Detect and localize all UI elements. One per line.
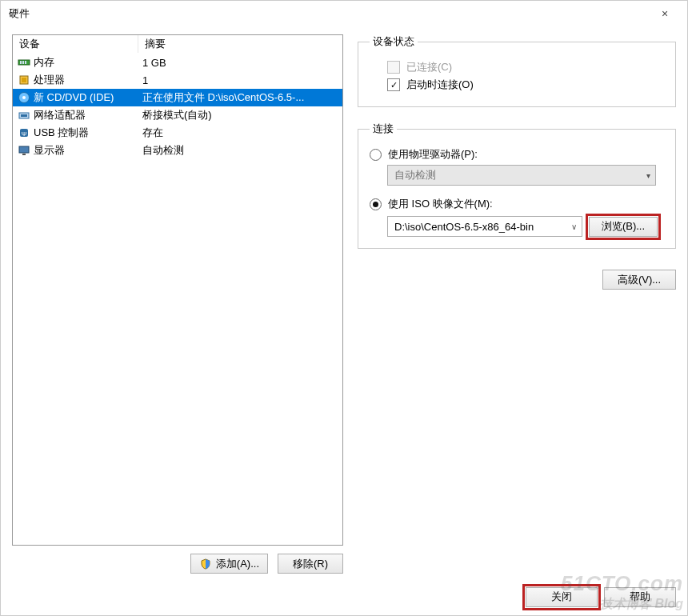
titlebar: 硬件 × xyxy=(1,1,687,26)
cpu-icon xyxy=(18,74,30,86)
device-summary: 桥接模式(自动) xyxy=(136,108,342,122)
svg-rect-5 xyxy=(22,78,26,82)
browse-button[interactable]: 浏览(B)... xyxy=(589,217,658,237)
device-summary: 存在 xyxy=(136,126,342,140)
table-row[interactable]: 处理器 1 xyxy=(13,71,342,89)
add-button-label: 添加(A)... xyxy=(216,557,259,571)
device-summary: 自动检测 xyxy=(136,143,342,158)
device-summary: 1 GB xyxy=(136,57,342,69)
svg-rect-12 xyxy=(19,146,29,153)
close-button-label: 关闭 xyxy=(551,590,572,604)
physical-drive-radio[interactable] xyxy=(370,149,382,161)
physical-drive-label: 使用物理驱动器(P): xyxy=(388,147,478,162)
chevron-down-icon: ▾ xyxy=(646,171,650,180)
header-summary[interactable]: 摘要 xyxy=(138,37,342,51)
advanced-row: 高级(V)... xyxy=(358,270,676,290)
device-properties-pane: 设备状态 已连接(C) ✓ 启动时连接(O) 连接 使用物理驱动器(P): xyxy=(358,34,676,574)
device-summary: 正在使用文件 D:\iso\CentOS-6.5-... xyxy=(136,90,342,105)
remove-device-button[interactable]: 移除(R) xyxy=(278,554,343,574)
physical-drive-select: 自动检测 ▾ xyxy=(387,165,656,186)
svg-rect-2 xyxy=(22,61,24,64)
network-icon xyxy=(18,109,30,122)
connection-group: 连接 使用物理驱动器(P): 自动检测 ▾ 使用 ISO 映像文件(M): xyxy=(358,122,676,249)
iso-label: 使用 ISO 映像文件(M): xyxy=(388,197,493,211)
table-row[interactable]: 新 CD/DVD (IDE) 正在使用文件 D:\iso\CentOS-6.5-… xyxy=(13,89,342,106)
display-icon xyxy=(18,144,30,157)
device-label: 网络适配器 xyxy=(34,108,86,122)
iso-path-select[interactable]: D:\iso\CentOS-6.5-x86_64-bin ∨ xyxy=(387,216,582,237)
disc-icon xyxy=(18,91,30,104)
help-button[interactable]: 帮助 xyxy=(604,587,676,607)
table-row[interactable]: Ψ USB 控制器 存在 xyxy=(13,124,342,142)
dialog-footer: 关闭 帮助 xyxy=(1,578,687,615)
device-list-buttons: 添加(A)... 移除(R) xyxy=(12,554,343,574)
device-status-legend: 设备状态 xyxy=(370,34,418,49)
device-summary: 1 xyxy=(136,74,342,86)
device-status-group: 设备状态 已连接(C) ✓ 启动时连接(O) xyxy=(358,34,676,107)
advanced-button[interactable]: 高级(V)... xyxy=(602,270,676,290)
hardware-settings-dialog: 硬件 × 设备 摘要 内存 1 GB xyxy=(0,0,688,616)
svg-text:Ψ: Ψ xyxy=(22,130,27,138)
device-list-pane: 设备 摘要 内存 1 GB xyxy=(12,34,343,574)
svg-point-7 xyxy=(22,96,26,99)
shield-icon xyxy=(199,558,212,570)
device-label: 处理器 xyxy=(34,73,65,87)
svg-rect-1 xyxy=(20,61,22,64)
device-label: 显示器 xyxy=(34,143,65,158)
connection-legend: 连接 xyxy=(370,122,397,136)
table-row[interactable]: 内存 1 GB xyxy=(13,54,342,71)
iso-path-value: D:\iso\CentOS-6.5-x86_64-bin xyxy=(394,221,534,233)
advanced-button-label: 高级(V)... xyxy=(618,273,661,287)
physical-drive-value: 自动检测 xyxy=(394,168,436,182)
table-row[interactable]: 显示器 自动检测 xyxy=(13,142,342,159)
header-device[interactable]: 设备 xyxy=(13,35,138,53)
connect-at-power-row[interactable]: ✓ 启动时连接(O) xyxy=(387,78,664,92)
help-button-label: 帮助 xyxy=(630,590,650,604)
add-device-button[interactable]: 添加(A)... xyxy=(190,554,268,574)
close-button[interactable]: 关闭 xyxy=(526,587,598,607)
iso-radio-row[interactable]: 使用 ISO 映像文件(M): xyxy=(370,197,664,211)
window-close-button[interactable]: × xyxy=(649,4,681,23)
connect-at-power-label: 启动时连接(O) xyxy=(406,78,474,92)
list-header: 设备 摘要 xyxy=(13,35,342,54)
physical-drive-radio-row[interactable]: 使用物理驱动器(P): xyxy=(370,147,664,162)
connect-at-power-checkbox[interactable]: ✓ xyxy=(387,78,400,91)
memory-icon xyxy=(18,56,30,69)
device-label: USB 控制器 xyxy=(34,126,89,140)
connected-label: 已连接(C) xyxy=(406,60,452,74)
iso-radio[interactable] xyxy=(370,198,382,210)
connected-checkbox xyxy=(387,61,400,74)
chevron-down-icon[interactable]: ∨ xyxy=(571,222,577,231)
connected-checkbox-row: 已连接(C) xyxy=(387,60,664,74)
content-area: 设备 摘要 内存 1 GB xyxy=(1,26,687,578)
svg-rect-9 xyxy=(21,114,27,117)
svg-rect-13 xyxy=(22,154,26,155)
device-label: 新 CD/DVD (IDE) xyxy=(34,90,114,105)
window-title: 硬件 xyxy=(9,6,649,21)
table-row[interactable]: 网络适配器 桥接模式(自动) xyxy=(13,106,342,124)
remove-button-label: 移除(R) xyxy=(293,557,328,571)
svg-rect-3 xyxy=(25,61,26,64)
usb-icon: Ψ xyxy=(18,126,30,139)
device-list: 设备 摘要 内存 1 GB xyxy=(12,34,343,546)
device-label: 内存 xyxy=(34,55,54,70)
browse-button-label: 浏览(B)... xyxy=(602,219,645,234)
